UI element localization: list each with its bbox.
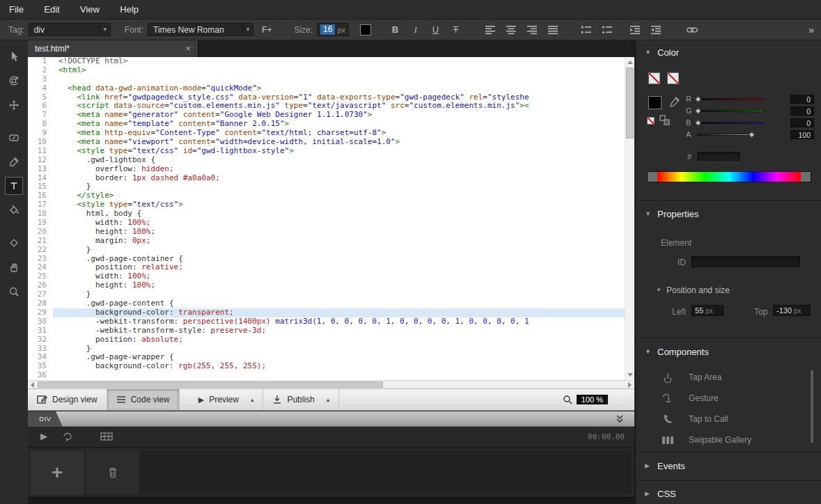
blue-value[interactable]: 0: [790, 118, 814, 127]
add-layer-button[interactable]: +: [31, 451, 84, 494]
collapse-panel-button[interactable]: [615, 414, 625, 426]
component-tap-area[interactable]: Tap Area: [636, 368, 821, 388]
3d-object-rotate-tool-button[interactable]: [5, 72, 23, 90]
delete-layer-button[interactable]: [86, 451, 139, 494]
add-font-button[interactable]: F+: [262, 25, 272, 35]
color-section-header[interactable]: ▼ Color: [636, 43, 821, 63]
bold-button[interactable]: B: [385, 24, 405, 35]
vertical-scrollbar[interactable]: [625, 57, 634, 380]
top-input[interactable]: -130 px: [773, 305, 811, 316]
horizontal-scrollbar-thumb[interactable]: [38, 381, 383, 388]
green-slider[interactable]: [697, 110, 764, 112]
red-value[interactable]: 0: [790, 95, 814, 104]
align-right-button[interactable]: [522, 22, 542, 38]
scroll-right-arrow-icon[interactable]: [628, 382, 632, 388]
indent-decrease-button[interactable]: [625, 22, 646, 38]
menu-help[interactable]: Help: [111, 0, 148, 19]
scroll-down-arrow-icon[interactable]: [627, 373, 633, 377]
paint-bucket-tool-button[interactable]: [5, 200, 23, 219]
link-button[interactable]: [682, 22, 703, 38]
no-color-swatch-1[interactable]: [648, 72, 660, 84]
timeline-play-button[interactable]: ▶: [40, 431, 47, 441]
underline-button[interactable]: U: [425, 24, 446, 35]
align-justify-button[interactable]: [542, 22, 563, 38]
document-tab[interactable]: test.html* ×: [28, 40, 198, 57]
color-spectrum-bar[interactable]: [647, 171, 811, 182]
text-tool-button[interactable]: [5, 177, 23, 195]
timeline-keyframes-button[interactable]: [100, 432, 113, 443]
pen-tool-button[interactable]: [5, 153, 23, 171]
green-value[interactable]: 0: [790, 107, 814, 116]
code-line[interactable]: }: [53, 182, 625, 191]
design-view-button[interactable]: Design view: [28, 389, 107, 410]
current-color-swatch[interactable]: [648, 96, 662, 109]
red-slider[interactable]: [697, 98, 764, 100]
swap-colors-button[interactable]: [659, 114, 671, 129]
publish-menu-arrow-icon[interactable]: ▴: [327, 396, 330, 403]
component-tap-to-call[interactable]: Tap to Call: [636, 409, 821, 430]
italic-button[interactable]: I: [405, 24, 425, 36]
properties-section-header[interactable]: ▼ Properties: [636, 205, 821, 224]
red-slider-thumb[interactable]: [695, 96, 702, 103]
position-size-subsection-header[interactable]: ▼ Position and size: [636, 281, 821, 301]
alpha-slider[interactable]: [697, 134, 753, 136]
preview-menu-arrow-icon[interactable]: ▴: [251, 396, 254, 403]
component-swipable-gallery[interactable]: Swipable Gallery: [636, 430, 821, 451]
component-gesture[interactable]: Gesture: [636, 388, 821, 409]
components-section-header[interactable]: ▼ Components: [636, 342, 821, 362]
font-size-input[interactable]: 16 px: [317, 23, 349, 36]
blue-slider-thumb[interactable]: [695, 120, 702, 127]
code-line[interactable]: <!DOCTYPE html>: [53, 57, 625, 66]
menu-edit[interactable]: Edit: [35, 0, 68, 19]
scroll-left-arrow-icon[interactable]: [31, 382, 34, 388]
code-line[interactable]: position: absolute;: [53, 336, 625, 345]
code-line[interactable]: <html>: [53, 66, 625, 75]
preview-button[interactable]: ▶ Preview ▴: [189, 389, 264, 410]
align-left-button[interactable]: [480, 22, 501, 38]
green-slider-thumb[interactable]: [695, 108, 702, 115]
no-color-swatch-2[interactable]: [667, 72, 679, 84]
3d-object-translate-tool-button[interactable]: [5, 96, 23, 114]
code-line[interactable]: margin: 0px;: [53, 237, 625, 246]
css-section-header[interactable]: ▶ CSS: [636, 485, 821, 504]
code-line[interactable]: border: 1px dashed #a0a0a0;: [53, 174, 625, 183]
vertical-scrollbar-thumb[interactable]: [626, 68, 634, 139]
events-section-header[interactable]: ▶ Events: [636, 457, 821, 476]
toolbar-overflow-button[interactable]: »: [808, 24, 814, 36]
tag-tool-button[interactable]: [5, 129, 23, 147]
shape-tool-button[interactable]: [5, 234, 23, 252]
font-dropdown[interactable]: Times New Roman ▾: [148, 23, 253, 36]
chevron-down-icon[interactable]: ▾: [100, 24, 110, 36]
horizontal-scrollbar[interactable]: [28, 380, 634, 388]
indent-increase-button[interactable]: [646, 22, 666, 38]
components-scrollbar-thumb[interactable]: [811, 370, 813, 443]
default-colors-swatch[interactable]: [647, 117, 655, 125]
hex-color-input[interactable]: [697, 152, 740, 161]
menu-view[interactable]: View: [71, 0, 109, 19]
left-input[interactable]: 55 px: [691, 305, 724, 316]
alpha-slider-thumb[interactable]: [749, 132, 756, 139]
breadcrumb-div-tag[interactable]: DIV: [28, 411, 63, 427]
menu-file[interactable]: File: [0, 0, 33, 19]
bulleted-list-button[interactable]: [597, 22, 618, 38]
text-color-swatch[interactable]: [360, 24, 371, 36]
code-line[interactable]: background-color: rgb(255, 255, 255);: [53, 362, 625, 371]
tag-dropdown[interactable]: div ▾: [29, 23, 111, 36]
hand-tool-button[interactable]: [5, 258, 23, 276]
selection-tool-button[interactable]: [5, 47, 23, 65]
chevron-down-icon[interactable]: ▾: [242, 24, 253, 36]
eyedropper-button[interactable]: [668, 95, 682, 111]
align-center-button[interactable]: [501, 22, 522, 38]
close-icon[interactable]: ×: [185, 40, 191, 57]
code-line[interactable]: [53, 371, 625, 380]
code-view-button[interactable]: Code view: [107, 389, 180, 410]
strikethrough-button[interactable]: T: [446, 24, 466, 35]
spectrum-hue-gradient[interactable]: [657, 172, 801, 182]
alpha-value[interactable]: 100: [790, 130, 814, 139]
timeline-track-area[interactable]: [139, 451, 632, 494]
publish-button[interactable]: Publish ▴: [263, 389, 339, 410]
code-line[interactable]: height: 100%;: [53, 281, 625, 290]
zoom-tool-button[interactable]: [5, 283, 23, 301]
timeline-loop-button[interactable]: [61, 432, 74, 443]
code-editor[interactable]: 1234567891011121314151617181920212223242…: [28, 57, 634, 380]
